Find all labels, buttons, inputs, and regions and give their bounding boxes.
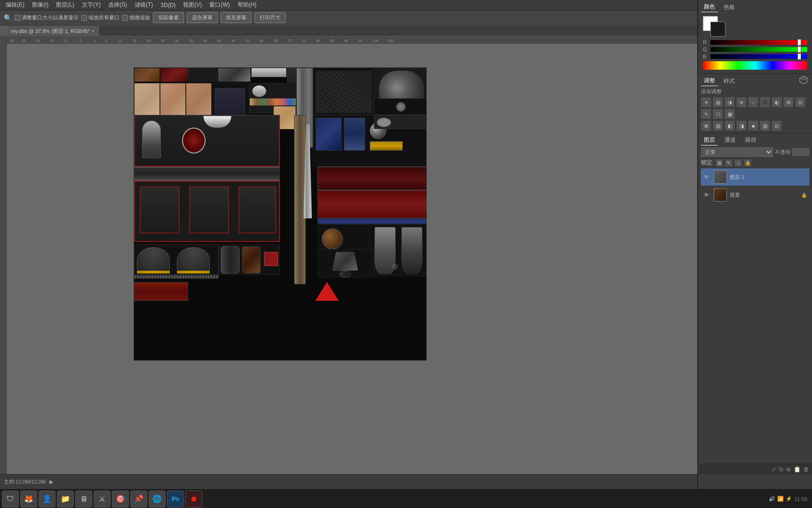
- red-channel-slider[interactable]: [710, 40, 807, 45]
- scrubby-zoom-checkbox[interactable]: [122, 15, 128, 21]
- background-color[interactable]: [710, 22, 725, 37]
- layer-visibility-1[interactable]: 👁: [703, 174, 711, 181]
- brightness-icon[interactable]: ☀: [701, 97, 711, 107]
- lock-transparent-icon[interactable]: ▧: [716, 159, 723, 167]
- bw-icon[interactable]: ⊞: [783, 97, 794, 107]
- tray-icon-3[interactable]: ⚡: [786, 496, 792, 502]
- new-layer-icon[interactable]: 🗑: [804, 466, 809, 473]
- canvas-area[interactable]: ◎: [7, 44, 697, 474]
- blue-channel-slider[interactable]: [710, 54, 807, 59]
- layer-visibility-bg[interactable]: 👁: [703, 192, 711, 199]
- scrubby-zoom-checkbox-item[interactable]: 细微缩放: [122, 14, 150, 21]
- fit-screen-checkbox-item[interactable]: 调整窗口大小以满屏显示: [15, 14, 79, 21]
- menu-view[interactable]: 视图(V): [179, 0, 206, 10]
- new-layer-group-icon[interactable]: 📋: [794, 466, 801, 473]
- blend-mode-row: 正常 不透明: [701, 147, 809, 157]
- zoom-all-label: 缩放所有窗口: [88, 14, 119, 21]
- lock-image-icon[interactable]: ✎: [725, 159, 732, 167]
- fill-screen-button[interactable]: 填充屏幕: [221, 12, 252, 23]
- blend-mode-select[interactable]: 正常: [701, 147, 773, 157]
- styles-tab[interactable]: 样式: [721, 76, 738, 86]
- threshold-icon[interactable]: ▧: [713, 121, 723, 131]
- gradient-map-icon[interactable]: ▦: [724, 109, 735, 119]
- canvas-cursor: ◎: [392, 262, 399, 269]
- menu-filter[interactable]: 滤镜(T): [131, 0, 157, 10]
- document-tab[interactable]: my.dds @ 37.8% (图层 1, RGB/8)* ×: [7, 26, 99, 36]
- posterize-icon[interactable]: ⊠: [701, 121, 711, 131]
- solid-color-icon[interactable]: ■: [748, 121, 758, 131]
- opacity-input[interactable]: [792, 148, 809, 156]
- selective-color-icon[interactable]: ◧: [724, 121, 735, 131]
- color-spectrum-bar[interactable]: [703, 61, 807, 70]
- taskbar-app8[interactable]: 📌: [130, 491, 147, 508]
- taskbar-record[interactable]: ⏺: [185, 491, 202, 508]
- taskbar-photoshop[interactable]: Ps: [167, 491, 184, 508]
- menu-layer[interactable]: 图层(L): [52, 0, 78, 10]
- curves-icon[interactable]: ◑: [724, 97, 735, 107]
- zoom-all-checkbox-item[interactable]: 缩放所有窗口: [81, 14, 119, 21]
- color-lookup-icon[interactable]: ⬡: [713, 109, 723, 119]
- channels-tab[interactable]: 通道: [722, 135, 739, 145]
- taskbar-files[interactable]: 📁: [57, 491, 74, 508]
- vertical-ruler: [0, 36, 7, 493]
- document-canvas[interactable]: [134, 67, 427, 361]
- layers-tab[interactable]: 图层: [701, 135, 718, 145]
- swatches-tab[interactable]: 色板: [721, 2, 738, 12]
- lock-all-icon[interactable]: 🔒: [744, 159, 751, 167]
- levels-icon[interactable]: ▤: [713, 97, 723, 107]
- add-adjustment-label: 添加调整: [701, 88, 809, 95]
- gradient-icon[interactable]: ▨: [760, 121, 770, 131]
- color-swatches[interactable]: [703, 16, 726, 38]
- actual-pixels-button[interactable]: 实际像素: [153, 12, 184, 23]
- fit-screen-checkbox[interactable]: [15, 15, 20, 21]
- color-3d-icon[interactable]: [799, 75, 808, 85]
- tray-icon-1[interactable]: 🔊: [769, 496, 775, 502]
- layer-style-icon[interactable]: fx: [779, 466, 783, 473]
- fit-screen-button[interactable]: 适合屏幕: [187, 12, 218, 23]
- menu-help[interactable]: 帮助(H): [234, 0, 261, 10]
- layer-mask-icon[interactable]: ⊕: [786, 466, 791, 473]
- print-size-button[interactable]: 打印尺寸: [255, 12, 286, 23]
- taskbar-security[interactable]: 🛡: [2, 491, 19, 508]
- red-channel-row: R: [703, 40, 807, 45]
- lock-position-icon[interactable]: ↕: [734, 159, 742, 167]
- texture-atlas: [134, 68, 426, 360]
- taskbar-browser2[interactable]: 🌐: [149, 491, 166, 508]
- menu-edit[interactable]: 编辑(E): [2, 0, 28, 10]
- menu-image[interactable]: 图像(I): [28, 0, 52, 10]
- hsl-icon[interactable]: ⬛: [760, 97, 770, 107]
- adjustments-tab[interactable]: 调整: [701, 76, 718, 86]
- vibrance-icon[interactable]: ↔: [748, 97, 758, 107]
- tab-close-button[interactable]: ×: [92, 29, 95, 34]
- tray-icon-2[interactable]: 📶: [777, 496, 784, 502]
- adjust-panel-header: 调整 样式: [701, 76, 809, 86]
- menu-text[interactable]: 文字(Y): [78, 0, 104, 10]
- paths-tab[interactable]: 路径: [742, 135, 759, 145]
- color-tab[interactable]: 颜色: [701, 2, 718, 12]
- taskbar-browser1[interactable]: 🦊: [20, 491, 37, 508]
- photo-filter-icon[interactable]: ⊡: [795, 97, 805, 107]
- pattern-icon[interactable]: ⊟: [772, 121, 782, 131]
- taskbar-user[interactable]: 👤: [39, 491, 56, 508]
- link-layers-icon[interactable]: ⤢: [772, 466, 776, 473]
- channel-mixer-icon[interactable]: ✎: [701, 109, 711, 119]
- status-arrow[interactable]: ▶: [49, 479, 53, 485]
- exposure-icon[interactable]: ≋: [736, 97, 747, 107]
- svg-line-2: [804, 78, 807, 80]
- invert-icon[interactable]: ◨: [736, 121, 747, 131]
- menu-select[interactable]: 选择(S): [104, 0, 131, 10]
- taskbar-computer[interactable]: 🖥: [75, 491, 92, 508]
- color-balance-icon[interactable]: ◐: [772, 97, 782, 107]
- green-channel-slider[interactable]: [710, 47, 807, 52]
- doc-size: 文档:12.0M/12.0M: [4, 478, 46, 485]
- menu-window[interactable]: 窗口(W): [206, 0, 233, 10]
- taskbar-app6[interactable]: ⚔: [94, 491, 111, 508]
- lock-label: 锁定:: [701, 159, 714, 167]
- menu-3d[interactable]: 3D(D): [157, 1, 179, 9]
- layer-item-1[interactable]: 👁 图层 1: [701, 169, 809, 185]
- cursor-icon: ◎: [392, 262, 398, 270]
- taskbar-app7[interactable]: 🎯: [112, 491, 129, 508]
- toolbar: 🔍 调整窗口大小以满屏显示 缩放所有窗口 细微缩放 实际像素 适合屏幕 填充屏幕…: [0, 10, 812, 25]
- zoom-all-checkbox[interactable]: [81, 15, 87, 21]
- layer-item-background[interactable]: 👁 背景 🔒: [701, 186, 809, 203]
